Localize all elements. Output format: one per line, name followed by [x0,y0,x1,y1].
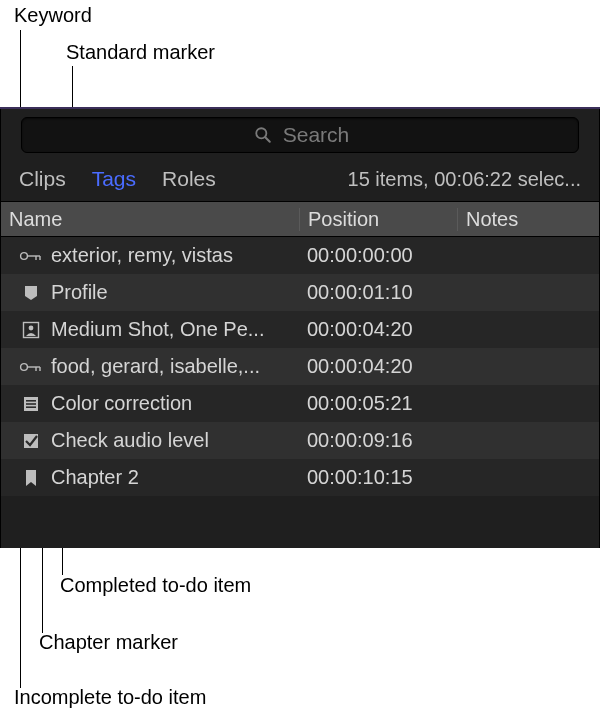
timeline-index-panel: Search Clips Tags Roles 15 items, 00:06:… [0,107,600,548]
table-body: exterior, remy, vistas 00:00:00:00 Profi… [1,237,599,496]
row-position: 00:00:09:16 [299,429,457,452]
row-position: 00:00:10:15 [299,466,457,489]
completed-todo-icon [19,431,43,451]
row-position: 00:00:04:20 [299,318,457,341]
table-row[interactable]: Chapter 2 00:00:10:15 [1,459,599,496]
row-label: Check audio level [51,429,209,452]
table-row[interactable]: food, gerard, isabelle,... 00:00:04:20 [1,348,599,385]
search-icon [251,125,275,145]
row-label: exterior, remy, vistas [51,244,233,267]
row-position: 00:00:05:21 [299,392,457,415]
row-position: 00:00:04:20 [299,355,457,378]
analysis-keyword-icon [19,320,43,340]
row-label: Medium Shot, One Pe... [51,318,264,341]
column-header-position[interactable]: Position [299,208,457,231]
svg-line-1 [265,137,269,141]
keyword-icon [19,246,43,266]
search-placeholder: Search [283,123,350,147]
table-row[interactable]: exterior, remy, vistas 00:00:00:00 [1,237,599,274]
svg-point-2 [21,252,28,259]
selection-status: 15 items, 00:06:22 selec... [348,168,581,191]
row-position: 00:00:00:00 [299,244,457,267]
row-position: 00:00:01:10 [299,281,457,304]
svg-rect-14 [26,403,36,405]
callout-chapter-marker: Chapter marker [39,631,178,654]
svg-point-8 [21,363,28,370]
tab-tags[interactable]: Tags [92,167,136,191]
tab-row: Clips Tags Roles 15 items, 00:06:22 sele… [1,163,599,201]
standard-marker-icon [19,283,43,303]
tab-clips[interactable]: Clips [19,167,66,191]
table-row[interactable]: Medium Shot, One Pe... 00:00:04:20 [1,311,599,348]
svg-point-7 [29,325,34,330]
table-row[interactable]: Color correction 00:00:05:21 [1,385,599,422]
row-label: Profile [51,281,108,304]
column-header-name[interactable]: Name [1,208,299,231]
row-label: Color correction [51,392,192,415]
column-header-row: Name Position Notes [1,201,599,237]
incomplete-todo-icon [19,394,43,414]
table-row[interactable]: Profile 00:00:01:10 [1,274,599,311]
callout-incomplete-todo: Incomplete to-do item [14,686,206,709]
svg-rect-13 [26,400,36,402]
search-input[interactable]: Search [21,117,579,153]
callout-keyword: Keyword [14,4,92,27]
row-label: Chapter 2 [51,466,139,489]
column-header-notes[interactable]: Notes [457,208,597,231]
table-row[interactable]: Check audio level 00:00:09:16 [1,422,599,459]
callout-standard-marker: Standard marker [66,41,215,64]
keyword-icon [19,357,43,377]
svg-rect-15 [26,406,36,408]
callout-completed-todo: Completed to-do item [60,574,251,597]
chapter-marker-icon [19,468,43,488]
tab-roles[interactable]: Roles [162,167,216,191]
row-label: food, gerard, isabelle,... [51,355,260,378]
